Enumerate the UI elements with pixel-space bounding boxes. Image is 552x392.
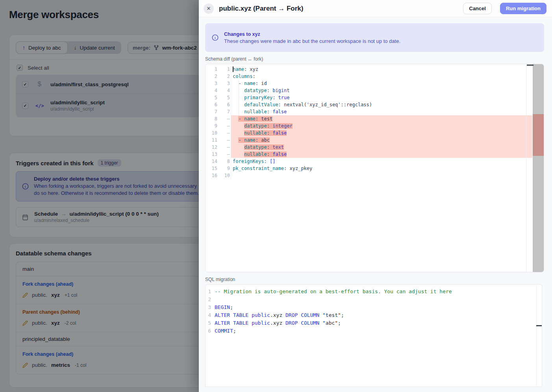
diff-line: 66 defaultValue: nextval('xyz_id_seq'::r…	[206, 101, 532, 108]
scrollbar-thumb[interactable]	[527, 65, 533, 66]
info-icon	[211, 34, 219, 41]
diff-line: 159pk_constraint_name: xyz_pkey	[206, 165, 532, 172]
sql-line: 6COMMIT;	[206, 327, 542, 335]
deleted-region-marker	[533, 114, 544, 156]
diff-line: 33 - name: id	[206, 80, 532, 87]
schema-diff-label: Schema diff (parent ↔ fork)	[205, 56, 544, 62]
sql-code: 1-- Migration is auto-generated on a bes…	[206, 285, 542, 335]
diff-line: 9– datatype: integer	[206, 122, 532, 129]
text-cursor	[233, 67, 233, 72]
banner-body: These changes were made in abc but the c…	[224, 38, 400, 44]
sql-line: 3BEGIN;	[206, 303, 542, 311]
diff-line: 148foreignKeys: []	[206, 158, 532, 165]
changes-banner: Changes to xyz These changes were made i…	[205, 23, 544, 52]
sql-line: 2	[206, 296, 542, 303]
diff-line: 22columns:	[206, 73, 532, 80]
migration-drawer: ✕ public.xyz (Parent → Fork) Cancel Run …	[199, 0, 552, 392]
close-icon[interactable]: ✕	[204, 4, 214, 14]
sql-line: 1-- Migration is auto-generated on a bes…	[206, 288, 542, 296]
scrollbar-thumb[interactable]	[536, 325, 542, 326]
diff-line: 13– nullable: false	[206, 151, 532, 158]
indent-guide	[239, 80, 239, 115]
cancel-button[interactable]: Cancel	[463, 3, 492, 14]
drawer-title: public.xyz (Parent → Fork)	[219, 5, 458, 13]
diff-line: 55 primaryKey: true	[206, 94, 532, 101]
drawer-header: ✕ public.xyz (Parent → Fork) Cancel Run …	[199, 0, 552, 17]
scrollbar-track-line	[536, 285, 537, 386]
sql-line: 4ALTER TABLE public.xyz DROP COLUMN "tes…	[206, 311, 542, 319]
diff-line: 12– datatype: text	[206, 144, 532, 151]
diff-line: 11– - name: abc	[206, 137, 532, 144]
scrollbar-track-line	[526, 64, 526, 272]
diff-line: 1610	[206, 172, 532, 179]
diff-line: 77 nullable: false	[206, 108, 532, 115]
diff-line: 8– - name: test	[206, 115, 532, 122]
sql-line: 5ALTER TABLE public.xyz DROP COLUMN "abc…	[206, 319, 542, 327]
diff-code: 11name: xyz22columns:33 - name: id44 dat…	[206, 64, 532, 179]
drawer-body: Changes to xyz These changes were made i…	[199, 17, 552, 387]
overview-ruler[interactable]	[533, 64, 544, 272]
diff-line: 44 datatype: bigint	[206, 87, 532, 94]
schema-diff-editor[interactable]: 11name: xyz22columns:33 - name: id44 dat…	[205, 64, 544, 272]
banner-title: Changes to xyz	[224, 31, 400, 37]
diff-line: 10– nullable: false	[206, 129, 532, 137]
sql-migration-editor[interactable]: 1-- Migration is auto-generated on a bes…	[205, 284, 542, 387]
sql-migration-label: SQL migration	[205, 277, 544, 282]
run-migration-button[interactable]: Run migration	[500, 3, 546, 14]
diff-line: 11name: xyz	[206, 66, 532, 73]
